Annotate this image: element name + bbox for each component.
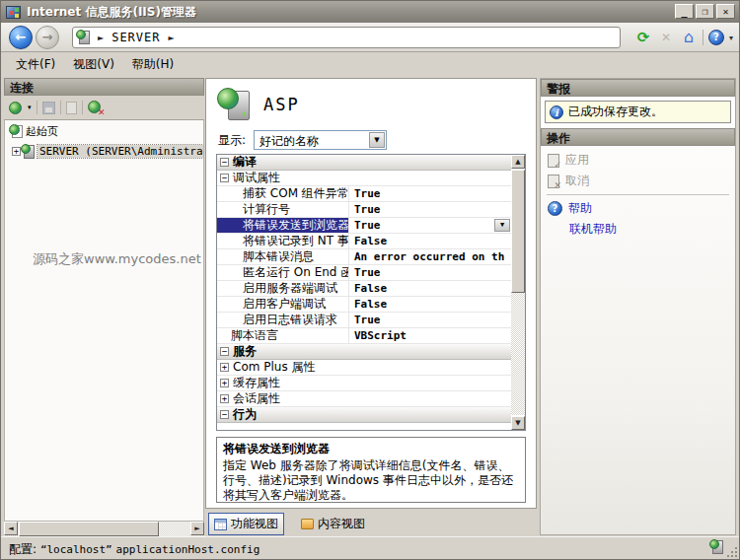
scrollbar-thumb[interactable]	[19, 522, 159, 536]
refresh-icon[interactable]: ⟳	[634, 29, 652, 46]
back-button[interactable]: ←	[9, 26, 33, 49]
navigation-toolbar: ← → ► SERVER ► ⟳ ✕ ⌂ ? ▾	[1, 23, 739, 52]
display-mode-dropdown[interactable]: 好记的名称 ▼	[254, 130, 387, 150]
expander-icon[interactable]: −	[220, 410, 229, 419]
scroll-down-icon[interactable]: ▼	[511, 416, 525, 430]
grid-row[interactable]: 将错误发送到浏览器True▼	[217, 218, 511, 234]
iis-manager-window: Internet 信息服务(IIS)管理器 _ ❐ ✕ ← → ► SERVER…	[0, 0, 740, 560]
iis-app-icon	[6, 6, 21, 19]
asp-feature-icon	[228, 91, 250, 120]
connections-header: 连接	[4, 78, 204, 96]
status-bar: 配置: “localhost” applicationHost.config	[1, 536, 739, 559]
grid-row[interactable]: 脚本错误消息An error occurred on th	[217, 249, 511, 265]
expander-icon[interactable]: +	[220, 379, 229, 387]
expander-icon[interactable]: −	[220, 174, 229, 182]
create-connection-caret-icon[interactable]: ▾	[28, 104, 32, 111]
scrollbar-thumb[interactable]	[511, 170, 525, 293]
grid-row[interactable]: 启用服务器端调试False	[217, 281, 511, 297]
actions-header: 操作	[541, 128, 735, 146]
property-name: 匿名运行 On End 函数	[217, 265, 349, 280]
grid-vertical-scrollbar[interactable]: ▲ ▼	[511, 155, 525, 430]
property-value[interactable]: An error occurred on th	[349, 249, 511, 264]
action-item[interactable]: 联机帮助	[541, 219, 735, 240]
dropdown-arrow-icon[interactable]: ▼	[369, 132, 385, 148]
menu-item[interactable]: 帮助(H)	[123, 53, 183, 76]
tab-content-view[interactable]: 内容视图	[296, 514, 370, 534]
property-name: 脚本语言	[217, 328, 349, 343]
server-status-icon	[712, 540, 723, 554]
menu-bar: 文件(F)视图(V)帮助(H)	[1, 52, 739, 76]
tree-item[interactable]: 起始页	[5, 123, 203, 140]
grid-row[interactable]: −行为	[217, 407, 511, 423]
property-value[interactable]: True	[349, 265, 511, 280]
property-name: 启用服务器端调试	[217, 281, 349, 296]
grid-row[interactable]: 捕获 COM 组件异常True	[217, 186, 511, 202]
grid-row[interactable]: +缓存属性	[217, 376, 511, 391]
property-value[interactable]: True	[349, 186, 511, 201]
tree-horizontal-scrollbar[interactable]: ◄ ►	[4, 522, 204, 536]
grid-section-label: 缓存属性	[233, 375, 280, 391]
breadcrumb-arrow-icon[interactable]: ►	[169, 34, 175, 42]
grid-row[interactable]: −编译	[217, 155, 511, 171]
grid-row[interactable]: −调试属性	[217, 171, 511, 186]
server-icon	[24, 145, 35, 159]
menu-item[interactable]: 文件(F)	[7, 53, 64, 76]
scroll-up-icon[interactable]: ▲	[511, 155, 525, 169]
grid-row[interactable]: 将错误记录到 NT 事件日志False	[217, 234, 511, 249]
menu-item[interactable]: 视图(V)	[64, 53, 123, 76]
property-value[interactable]: False	[349, 281, 511, 296]
grid-row[interactable]: +Com Plus 属性	[217, 360, 511, 376]
property-name: 脚本错误消息	[217, 249, 349, 264]
property-value[interactable]: False	[349, 234, 511, 248]
grid-section-label: 会话属性	[233, 390, 280, 407]
alert-message-box: i 已成功保存更改。	[545, 101, 731, 123]
view-tabs: 功能视图内容视图	[208, 513, 370, 535]
grid-row[interactable]: 启用日志错误请求True	[217, 313, 511, 328]
expander-icon[interactable]: −	[220, 158, 229, 167]
tree-item[interactable]: +SERVER (SERVER\Administrat	[5, 143, 203, 160]
action-item[interactable]: ?帮助	[541, 198, 735, 219]
feature-panel: ASP 显示: 好记的名称 ▼ −编译−调试属性捕获 COM 组件异常True计…	[205, 78, 537, 509]
property-value[interactable]: False	[349, 297, 511, 312]
save-connection-icon	[42, 102, 55, 114]
alert-message: 已成功保存更改。	[568, 104, 663, 120]
minimize-button[interactable]: _	[675, 4, 694, 19]
property-value[interactable]: VBScript	[349, 328, 511, 343]
actions-panel: 警报 i 已成功保存更改。 操作 ✓应用✕取消?帮助联机帮助	[540, 78, 736, 535]
create-connection-icon[interactable]	[9, 102, 22, 114]
scroll-right-icon[interactable]: ►	[190, 522, 204, 535]
grid-row[interactable]: +会话属性	[217, 391, 511, 407]
delete-connection-icon[interactable]	[88, 101, 104, 114]
server-icon	[79, 31, 90, 44]
help-dropdown-caret-icon[interactable]: ▾	[729, 34, 733, 42]
grid-row[interactable]: 脚本语言VBScript	[217, 328, 511, 344]
grid-row[interactable]: 启用客户端调试False	[217, 297, 511, 313]
scroll-left-icon[interactable]: ◄	[4, 522, 18, 535]
stop-icon: ✕	[657, 29, 675, 46]
breadcrumb[interactable]: SERVER	[111, 31, 160, 44]
property-value[interactable]: True	[349, 313, 511, 327]
expander-icon[interactable]: +	[220, 394, 229, 403]
value-dropdown-icon[interactable]: ▼	[494, 219, 510, 232]
resize-grip[interactable]	[727, 547, 737, 557]
grid-row[interactable]: 计算行号True	[217, 202, 511, 218]
grid-section-label: Com Plus 属性	[233, 359, 315, 376]
alerts-header: 警报	[541, 79, 735, 97]
close-button[interactable]: ✕	[716, 4, 735, 19]
help-icon[interactable]: ?	[708, 30, 724, 45]
grid-row[interactable]: 匿名运行 On End 函数True	[217, 265, 511, 281]
tab-features-view[interactable]: 功能视图	[208, 513, 284, 535]
property-value[interactable]: True	[349, 202, 511, 217]
expander-icon[interactable]: +	[12, 147, 21, 156]
tree-item-label: SERVER (SERVER\Administrat	[37, 145, 203, 158]
expander-icon[interactable]: −	[220, 347, 229, 356]
address-bar[interactable]: ► SERVER ►	[72, 27, 621, 48]
property-value[interactable]: True▼	[349, 218, 511, 233]
property-name: 计算行号	[217, 202, 349, 217]
forward-button: →	[36, 26, 59, 49]
home-icon[interactable]: ⌂	[680, 29, 698, 46]
expander-icon[interactable]: +	[220, 363, 229, 372]
maximize-button[interactable]: ❐	[696, 4, 714, 19]
grid-row[interactable]: −服务	[217, 344, 511, 360]
connections-toolbar: ▾	[4, 96, 204, 120]
